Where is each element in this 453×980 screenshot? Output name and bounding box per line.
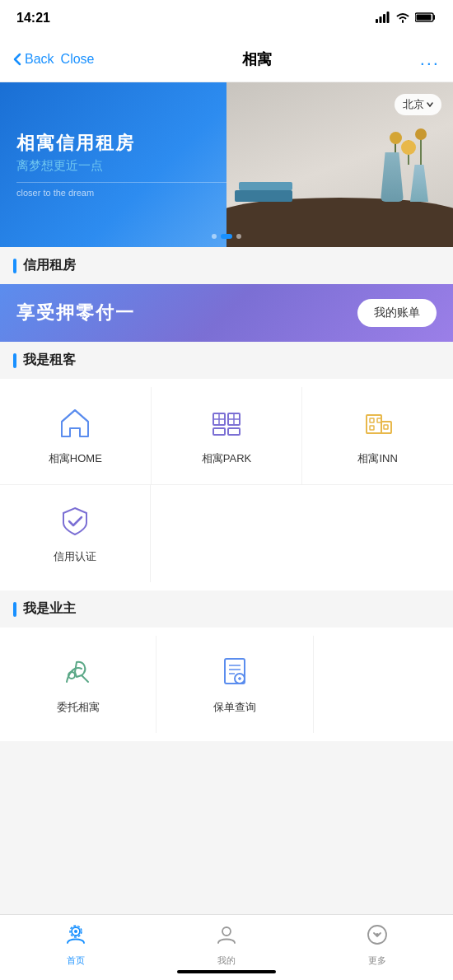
svg-point-32 <box>222 927 231 936</box>
svg-rect-18 <box>370 426 374 430</box>
home-indicator <box>177 970 276 973</box>
grid-item-credit[interactable]: 信用认证 <box>0 485 151 582</box>
grid-item-park[interactable]: 相寓PARK <box>152 387 303 484</box>
city-label: 北京 <box>403 97 424 112</box>
my-account-button[interactable]: 我的账单 <box>357 299 437 327</box>
policy-icon <box>217 654 253 700</box>
svg-rect-8 <box>213 428 225 435</box>
grid-spacer-1 <box>151 485 453 582</box>
flower2-decor <box>390 132 402 144</box>
svg-rect-17 <box>377 418 381 422</box>
tenant-grid-row-1: 相寓HOME 相寓PARK <box>0 387 453 485</box>
section-bar-decor-3 <box>13 602 16 617</box>
banner-subtitle-plain: 离梦想 <box>16 158 54 172</box>
landlord-section-title: 我是业主 <box>23 600 76 618</box>
banner-pagination <box>212 234 241 239</box>
svg-rect-9 <box>228 428 240 435</box>
credit-rent-section-title: 信用租房 <box>23 257 76 274</box>
dot-3 <box>236 234 241 239</box>
chevron-left-icon <box>13 53 21 66</box>
svg-rect-15 <box>381 422 391 433</box>
svg-rect-19 <box>384 425 388 429</box>
svg-rect-1 <box>380 16 382 23</box>
grid-item-delegate[interactable]: 委托相寓 <box>0 636 156 733</box>
dot-1 <box>212 234 217 239</box>
tenant-grid-row-2: 信用认证 <box>0 485 453 582</box>
grid-item-policy[interactable]: 保单查询 <box>156 636 313 733</box>
promo-banner: 享受押零付一 我的账单 <box>0 284 453 342</box>
banner-slogan: closer to the dream <box>16 182 233 198</box>
tab-profile-icon <box>215 923 238 952</box>
tenant-section-title: 我是租客 <box>23 352 76 369</box>
tenant-grid: 相寓HOME 相寓PARK <box>0 379 453 590</box>
svg-point-34 <box>376 933 379 936</box>
tab-home-icon <box>64 923 87 952</box>
flower1-decor <box>401 140 416 155</box>
wifi-icon <box>395 12 410 26</box>
tab-profile[interactable]: 我的 <box>194 923 259 967</box>
signal-icon <box>376 12 390 26</box>
vase2-decor <box>410 165 428 202</box>
book-decor <box>235 190 292 202</box>
nav-back-button[interactable]: Back Close <box>13 52 94 67</box>
nav-bar: Back Close 相寓 ... <box>0 36 453 82</box>
status-time: 14:21 <box>16 11 50 26</box>
grid-item-inn-label: 相寓INN <box>357 451 397 466</box>
back-label: Back <box>25 52 54 67</box>
shield-icon <box>57 503 93 549</box>
tab-profile-label: 我的 <box>217 954 236 967</box>
svg-rect-16 <box>370 418 374 422</box>
tab-more-label: 更多 <box>368 954 386 967</box>
book2-decor <box>239 182 292 190</box>
landlord-section-header: 我是业主 <box>0 590 453 628</box>
promo-text: 享受押零付一 <box>16 301 135 325</box>
svg-rect-5 <box>417 14 432 20</box>
grid-item-credit-label: 信用认证 <box>54 549 96 564</box>
svg-point-30 <box>74 930 77 933</box>
more-button[interactable]: ... <box>420 49 440 70</box>
banner-subtitle-highlight: 更近一点 <box>54 158 103 172</box>
grid-item-delegate-label: 委托相寓 <box>57 700 100 715</box>
grid-item-home[interactable]: 相寓HOME <box>0 387 152 484</box>
svg-rect-0 <box>376 19 378 23</box>
section-bar-decor <box>13 259 16 273</box>
status-icons <box>376 12 437 26</box>
home-icon <box>57 405 93 451</box>
tab-more-icon <box>366 923 389 952</box>
grid-item-inn[interactable]: 相寓INN <box>302 387 453 484</box>
tab-home[interactable]: 首页 <box>43 923 109 967</box>
vase1-decor <box>381 152 404 202</box>
svg-rect-3 <box>387 12 390 23</box>
grid-item-park-label: 相寓PARK <box>202 451 251 466</box>
grid-item-home-label: 相寓HOME <box>49 451 102 466</box>
city-selector[interactable]: 北京 <box>395 94 441 115</box>
close-label[interactable]: Close <box>61 52 95 67</box>
flower3-decor <box>415 128 427 140</box>
hero-banner: 相寓信用租房 离梦想更近一点 closer to the dream 北京 <box>0 82 453 247</box>
delegate-icon <box>60 654 96 700</box>
landlord-grid: 委托相寓 保单查询 <box>0 628 453 741</box>
tab-home-label: 首页 <box>67 954 85 967</box>
page-title: 相寓 <box>242 49 272 69</box>
banner-text-area: 相寓信用租房 离梦想更近一点 closer to the dream <box>0 82 250 247</box>
credit-rent-section-header: 信用租房 <box>0 247 453 284</box>
banner-title: 相寓信用租房 <box>16 132 233 156</box>
tenant-section-header: 我是租客 <box>0 342 453 379</box>
section-bar-decor-2 <box>13 353 16 368</box>
tab-more[interactable]: 更多 <box>344 923 410 967</box>
chevron-down-icon <box>427 101 433 108</box>
banner-subtitle: 离梦想更近一点 <box>16 158 233 174</box>
svg-rect-2 <box>383 14 385 23</box>
park-icon <box>208 405 245 451</box>
table-decor <box>226 198 453 247</box>
grid-item-policy-label: 保单查询 <box>213 700 256 715</box>
dot-2 <box>221 234 232 239</box>
battery-icon <box>415 12 437 26</box>
status-bar: 14:21 <box>0 0 453 36</box>
grid-spacer-2 <box>314 636 453 733</box>
landlord-grid-row-1: 委托相寓 保单查询 <box>0 636 453 733</box>
inn-icon <box>360 405 396 451</box>
